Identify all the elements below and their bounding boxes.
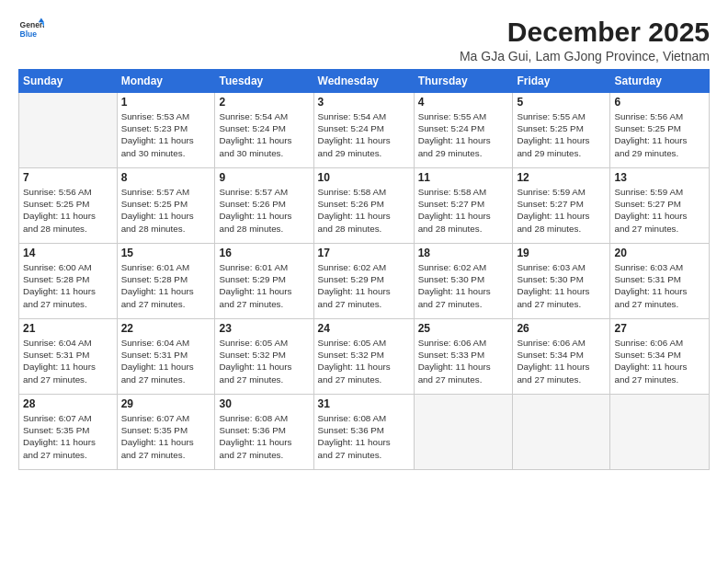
calendar-cell: 11Sunrise: 5:58 AMSunset: 5:27 PMDayligh… — [414, 168, 513, 244]
col-sunday: Sunday — [19, 70, 118, 93]
calendar-cell: 1Sunrise: 5:53 AMSunset: 5:23 PMDaylight… — [117, 93, 215, 168]
calendar-cell: 3Sunrise: 5:54 AMSunset: 5:24 PMDaylight… — [313, 93, 414, 168]
day-number: 11 — [418, 171, 509, 184]
day-number: 2 — [219, 96, 309, 109]
day-number: 1 — [121, 96, 211, 109]
day-number: 14 — [23, 247, 113, 259]
day-number: 27 — [614, 322, 705, 335]
week-row-4: 21Sunrise: 6:04 AMSunset: 5:31 PMDayligh… — [19, 319, 710, 395]
svg-text:Blue: Blue — [20, 29, 38, 39]
day-number: 15 — [121, 247, 211, 259]
calendar-cell — [513, 395, 610, 470]
day-number: 30 — [219, 397, 309, 410]
calendar-cell: 7Sunrise: 5:56 AMSunset: 5:25 PMDaylight… — [19, 168, 118, 244]
col-wednesday: Wednesday — [313, 70, 414, 93]
day-number: 4 — [418, 96, 509, 109]
day-number: 20 — [614, 247, 705, 259]
calendar-cell: 19Sunrise: 6:03 AMSunset: 5:30 PMDayligh… — [513, 244, 610, 319]
calendar-header-row: Sunday Monday Tuesday Wednesday Thursday… — [19, 70, 710, 93]
header: General Blue December 2025 Ma GJa Gui, L… — [18, 17, 710, 63]
day-info: Sunrise: 5:54 AMSunset: 5:24 PMDaylight:… — [219, 110, 309, 159]
calendar-cell: 27Sunrise: 6:06 AMSunset: 5:34 PMDayligh… — [610, 319, 710, 395]
day-number: 12 — [517, 171, 606, 184]
calendar-cell: 24Sunrise: 6:05 AMSunset: 5:32 PMDayligh… — [313, 319, 414, 395]
day-info: Sunrise: 6:08 AMSunset: 5:36 PMDaylight:… — [318, 412, 410, 461]
day-number: 22 — [121, 322, 211, 335]
day-number: 8 — [121, 171, 211, 184]
calendar-cell: 26Sunrise: 6:06 AMSunset: 5:34 PMDayligh… — [513, 319, 610, 395]
day-number: 6 — [614, 96, 705, 109]
calendar-cell: 10Sunrise: 5:58 AMSunset: 5:26 PMDayligh… — [313, 168, 414, 244]
calendar-cell: 13Sunrise: 5:59 AMSunset: 5:27 PMDayligh… — [610, 168, 710, 244]
calendar-cell: 20Sunrise: 6:03 AMSunset: 5:31 PMDayligh… — [610, 244, 710, 319]
calendar-cell — [610, 395, 710, 470]
day-info: Sunrise: 6:00 AMSunset: 5:28 PMDaylight:… — [23, 261, 113, 310]
calendar-cell: 16Sunrise: 6:01 AMSunset: 5:29 PMDayligh… — [215, 244, 313, 319]
calendar-cell: 29Sunrise: 6:07 AMSunset: 5:35 PMDayligh… — [117, 395, 215, 470]
week-row-2: 7Sunrise: 5:56 AMSunset: 5:25 PMDaylight… — [19, 168, 710, 244]
day-info: Sunrise: 6:05 AMSunset: 5:32 PMDaylight:… — [318, 337, 410, 385]
day-info: Sunrise: 5:55 AMSunset: 5:25 PMDaylight:… — [517, 110, 606, 159]
calendar-cell: 30Sunrise: 6:08 AMSunset: 5:36 PMDayligh… — [215, 395, 313, 470]
page: General Blue December 2025 Ma GJa Gui, L… — [0, 0, 728, 479]
col-friday: Friday — [513, 70, 610, 93]
day-number: 31 — [318, 397, 410, 410]
logo: General Blue — [18, 17, 44, 42]
day-number: 10 — [318, 171, 410, 184]
calendar-cell: 21Sunrise: 6:04 AMSunset: 5:31 PMDayligh… — [19, 319, 118, 395]
day-number: 21 — [23, 322, 113, 335]
calendar-cell: 4Sunrise: 5:55 AMSunset: 5:24 PMDaylight… — [414, 93, 513, 168]
calendar-cell: 18Sunrise: 6:02 AMSunset: 5:30 PMDayligh… — [414, 244, 513, 319]
calendar-cell: 17Sunrise: 6:02 AMSunset: 5:29 PMDayligh… — [313, 244, 414, 319]
week-row-1: 1Sunrise: 5:53 AMSunset: 5:23 PMDaylight… — [19, 93, 710, 168]
day-number: 26 — [517, 322, 606, 335]
day-number: 17 — [318, 247, 410, 259]
col-thursday: Thursday — [414, 70, 513, 93]
calendar-cell: 8Sunrise: 5:57 AMSunset: 5:25 PMDaylight… — [117, 168, 215, 244]
day-number: 29 — [121, 397, 211, 410]
main-title: December 2025 — [460, 17, 710, 47]
day-number: 7 — [23, 171, 113, 184]
day-info: Sunrise: 6:01 AMSunset: 5:29 PMDaylight:… — [219, 261, 309, 310]
day-info: Sunrise: 5:54 AMSunset: 5:24 PMDaylight:… — [318, 110, 410, 159]
day-info: Sunrise: 6:06 AMSunset: 5:34 PMDaylight:… — [614, 337, 705, 385]
day-info: Sunrise: 5:57 AMSunset: 5:25 PMDaylight:… — [121, 186, 211, 235]
day-info: Sunrise: 6:07 AMSunset: 5:35 PMDaylight:… — [23, 412, 113, 461]
calendar-cell: 5Sunrise: 5:55 AMSunset: 5:25 PMDaylight… — [513, 93, 610, 168]
day-number: 18 — [418, 247, 509, 259]
day-info: Sunrise: 6:05 AMSunset: 5:32 PMDaylight:… — [219, 337, 309, 385]
calendar-cell — [19, 93, 118, 168]
logo-icon: General Blue — [18, 17, 44, 42]
day-info: Sunrise: 5:53 AMSunset: 5:23 PMDaylight:… — [121, 110, 211, 159]
day-number: 5 — [517, 96, 606, 109]
calendar-cell: 22Sunrise: 6:04 AMSunset: 5:31 PMDayligh… — [117, 319, 215, 395]
week-row-5: 28Sunrise: 6:07 AMSunset: 5:35 PMDayligh… — [19, 395, 710, 470]
day-number: 16 — [219, 247, 309, 259]
day-info: Sunrise: 5:56 AMSunset: 5:25 PMDaylight:… — [23, 186, 113, 235]
calendar-cell — [414, 395, 513, 470]
day-number: 25 — [418, 322, 509, 335]
calendar-cell: 25Sunrise: 6:06 AMSunset: 5:33 PMDayligh… — [414, 319, 513, 395]
title-block: December 2025 Ma GJa Gui, Lam GJong Prov… — [460, 17, 710, 63]
day-info: Sunrise: 5:57 AMSunset: 5:26 PMDaylight:… — [219, 186, 309, 235]
subtitle: Ma GJa Gui, Lam GJong Province, Vietnam — [460, 49, 710, 63]
day-info: Sunrise: 6:03 AMSunset: 5:30 PMDaylight:… — [517, 261, 606, 310]
day-info: Sunrise: 6:06 AMSunset: 5:34 PMDaylight:… — [517, 337, 606, 385]
calendar-cell: 14Sunrise: 6:00 AMSunset: 5:28 PMDayligh… — [19, 244, 118, 319]
day-info: Sunrise: 6:07 AMSunset: 5:35 PMDaylight:… — [121, 412, 211, 461]
day-info: Sunrise: 6:03 AMSunset: 5:31 PMDaylight:… — [614, 261, 705, 310]
day-number: 24 — [318, 322, 410, 335]
day-number: 28 — [23, 397, 113, 410]
calendar-table: Sunday Monday Tuesday Wednesday Thursday… — [18, 69, 710, 470]
calendar-cell: 31Sunrise: 6:08 AMSunset: 5:36 PMDayligh… — [313, 395, 414, 470]
day-number: 3 — [318, 96, 410, 109]
day-number: 13 — [614, 171, 705, 184]
day-info: Sunrise: 6:06 AMSunset: 5:33 PMDaylight:… — [418, 337, 509, 385]
day-info: Sunrise: 5:58 AMSunset: 5:26 PMDaylight:… — [318, 186, 410, 235]
day-number: 23 — [219, 322, 309, 335]
day-info: Sunrise: 6:04 AMSunset: 5:31 PMDaylight:… — [23, 337, 113, 385]
calendar-cell: 15Sunrise: 6:01 AMSunset: 5:28 PMDayligh… — [117, 244, 215, 319]
day-number: 9 — [219, 171, 309, 184]
col-monday: Monday — [117, 70, 215, 93]
calendar-cell: 28Sunrise: 6:07 AMSunset: 5:35 PMDayligh… — [19, 395, 118, 470]
